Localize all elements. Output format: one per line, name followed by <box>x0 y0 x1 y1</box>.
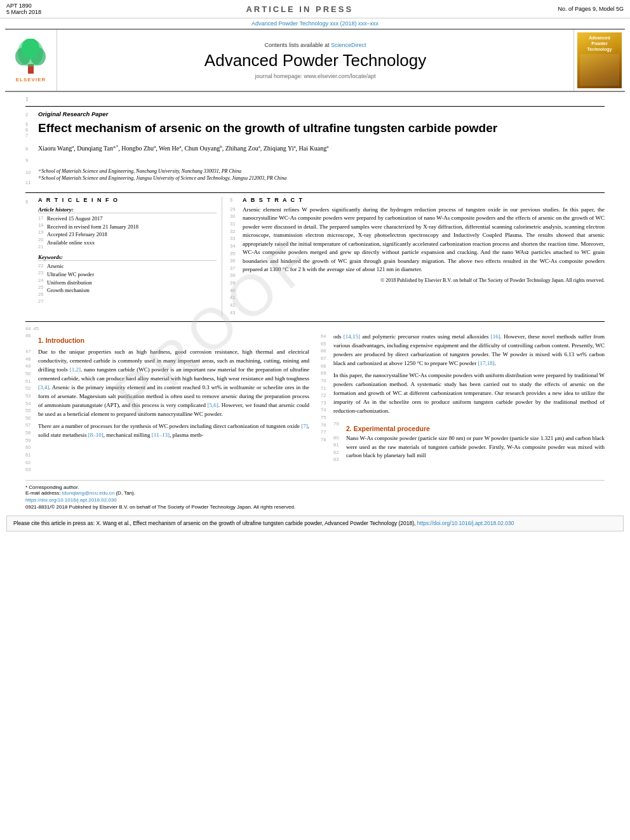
revised-date: Received in revised form 21 January 2018 <box>47 223 138 231</box>
journal-title: Advanced Powder Technology <box>204 51 426 70</box>
paper-type: Original Research Paper <box>38 110 605 117</box>
page-number-1: 1 <box>25 96 605 102</box>
footnote-area: * Corresponding author. E-mail address: … <box>25 484 605 510</box>
article-title: Effect mechanism of arsenic on the growt… <box>38 121 605 136</box>
keywords-content: 22 23 24 25 26 27 Arsenic Ultrafine WC p <box>38 262 217 305</box>
header-date: 5 March 2018 <box>6 9 41 15</box>
history-label: Article history: <box>38 206 217 213</box>
line-23: 23 <box>38 269 47 276</box>
line-8: 8 <box>25 143 38 155</box>
keyword-1: Ultrafine WC powder <box>47 270 94 279</box>
line-22: 22 <box>38 262 47 269</box>
no-pages-label: No. of Pages 9, Model 5G <box>558 6 624 12</box>
apt-thumbnail-body <box>580 54 619 86</box>
line-10: 10 <box>25 168 38 178</box>
intro-text-right-2: In this paper, the nanocrystalline WC-As… <box>333 371 605 416</box>
email-suffix: (D, Tan). <box>116 490 135 496</box>
main-content: 1 2 Original Research Paper § 6 7 Effect… <box>0 92 630 512</box>
keyword-2: Uniform distribution <box>47 279 94 287</box>
intro-text-right: ods [14,15] and polymeric precursor rout… <box>333 333 605 368</box>
sciencedirect-link[interactable]: ScienceDirect <box>331 42 366 48</box>
line-13-sec: § <box>25 197 38 206</box>
line-9: 9 <box>25 155 38 166</box>
line-2: 2 <box>25 110 38 119</box>
corresponding-note: * Corresponding author. <box>25 484 605 490</box>
accepted-date: Accepted 23 February 2018 <box>47 230 138 239</box>
intro-text-left-2: There are a number of processes for the … <box>38 422 309 440</box>
line-7: 7 <box>25 133 38 138</box>
apt-thumbnail-area: AdvancedPowderTechnology <box>574 30 625 91</box>
article-in-press-label: ARTICLE IN PRESS <box>246 4 353 14</box>
history-group: Article history: 17 18 19 20 21 <box>38 206 217 250</box>
line-19: 19 <box>38 229 47 236</box>
article-info-panel: § A R T I C L E I N F O Article history:… <box>25 197 222 316</box>
info-abstract-row: § A R T I C L E I N F O Article history:… <box>25 197 605 316</box>
abstract-copyright: © 2018 Published by Elsevier B.V. on beh… <box>243 277 605 284</box>
citation-doi[interactable]: https://doi.org/10.1016/j.apt.2018.02.03… <box>417 520 514 526</box>
line-24: 24 <box>38 277 47 284</box>
abstract-panel: § A B S T R A C T 293031323334 353637383… <box>230 197 605 316</box>
line-45: 45 <box>34 326 39 331</box>
affiliations: ᵃ School of Materials Science and Engine… <box>38 168 605 182</box>
citation-box: Please cite this article in press as: X.… <box>6 516 624 531</box>
keywords-label: Keywords: <box>38 254 217 261</box>
elsevier-logo-area: ELSEVIER <box>5 30 57 91</box>
citation-text: Please cite this article in press as: X.… <box>13 520 415 526</box>
experimental-heading: 2. Experimental procedure <box>346 425 430 432</box>
authors-line: Xiaoru Wanga, Dunqiang Tana,*, Hongbo Zh… <box>38 143 605 153</box>
journal-header: ELSEVIER Contents lists available at Sci… <box>5 29 625 92</box>
line-6: 6 <box>25 127 38 133</box>
email-label: E-mail address: <box>25 490 61 496</box>
line-17: 17 <box>38 215 47 222</box>
apt-thumbnail: AdvancedPowderTechnology <box>577 32 622 88</box>
journal-sub-header: Advanced Powder Technology xxx (2018) xx… <box>0 18 630 29</box>
issn-line: 0921-8831/© 2018 Published by Elsevier B… <box>25 504 605 510</box>
affiliation-b: ᵇ School of Materials Science and Engine… <box>38 175 605 182</box>
doi-link-footnote[interactable]: https://doi.org/10.1016/j.apt.2018.02.03… <box>25 497 117 503</box>
svg-point-4 <box>22 39 39 58</box>
section-divider-2 <box>25 192 605 193</box>
top-header: APT 1890 5 March 2018 ARTICLE IN PRESS N… <box>0 0 630 18</box>
line-11: 11 <box>25 178 38 189</box>
section-divider-top <box>25 106 605 107</box>
line-25: 25 <box>38 284 47 291</box>
keyword-0: Arsenic <box>47 262 94 270</box>
line-section: § <box>25 121 38 127</box>
journal-sub-header-text: Advanced Powder Technology xxx (2018) xx… <box>251 20 379 27</box>
line-26: 26 <box>38 291 47 298</box>
section-divider-3 <box>25 321 605 322</box>
intro-col-left: 46 1. Introduction 4748495051 5253545556… <box>25 333 309 474</box>
apt-thumbnail-title: AdvancedPowderTechnology <box>580 35 619 52</box>
intro-col-right: 6465666768 6970717273 7475767778 ods [14… <box>321 333 605 474</box>
keywords-group: Keywords: 22 23 24 25 26 27 <box>38 254 217 305</box>
abstract-text: Arsenic element refines W powders signif… <box>243 206 605 274</box>
introduction-section: 46 1. Introduction 4748495051 5253545556… <box>25 333 605 474</box>
apt-number-date: APT 1890 5 March 2018 <box>6 3 41 15</box>
sciencedirect-line: Contents lists available at ScienceDirec… <box>264 42 366 48</box>
line-18: 18 <box>38 222 47 229</box>
email-link[interactable]: tdunqiang@ncu.edu.cn <box>62 490 114 496</box>
intro-text-left: Due to the unique properties such as hig… <box>38 348 309 419</box>
line-27: 27 <box>38 298 47 305</box>
line-13-abs: § <box>230 197 243 203</box>
apt-number: APT 1890 <box>6 3 41 9</box>
line-20: 20 <box>38 236 47 243</box>
journal-center: Contents lists available at ScienceDirec… <box>57 30 574 91</box>
abstract-label: A B S T R A C T <box>243 197 304 203</box>
keyword-3: Growth mechanism <box>47 286 94 295</box>
elsevier-tree-icon <box>10 39 51 77</box>
experimental-text: Nano W-As composite powder (particle siz… <box>346 434 605 461</box>
elsevier-logo: ELSEVIER <box>10 39 51 83</box>
affiliation-a: ᵃ School of Materials Science and Engine… <box>38 168 605 175</box>
available-date: Available online xxxx <box>47 239 138 247</box>
line-21: 21 <box>38 243 47 250</box>
intro-heading: 1. Introduction <box>38 337 84 344</box>
line-44: 44 <box>25 326 30 331</box>
received-date: Received 15 August 2017 <box>47 215 138 223</box>
email-line: E-mail address: tdunqiang@ncu.edu.cn (D,… <box>25 490 605 496</box>
article-info-label: A R T I C L E I N F O <box>38 197 119 203</box>
history-content: 17 18 19 20 21 Received 15 August 2017 R… <box>38 215 217 250</box>
footnote-divider <box>25 480 605 481</box>
journal-homepage: journal homepage: www.elsevier.com/locat… <box>255 73 375 79</box>
elsevier-label: ELSEVIER <box>16 77 46 83</box>
